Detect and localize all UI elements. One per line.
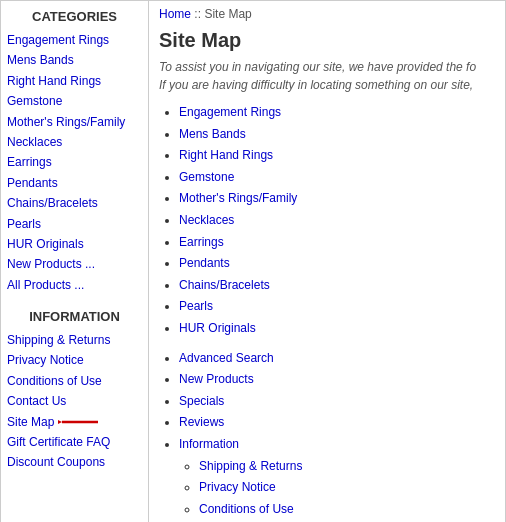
sitemap-link-engagement-rings[interactable]: Engagement Rings	[179, 105, 281, 119]
list-item: New Products	[179, 369, 495, 391]
list-item: Mens Bands	[179, 124, 495, 146]
sidebar-item-gemstone[interactable]: Gemstone	[7, 91, 142, 111]
sitemap-link-shipping-returns[interactable]: Shipping & Returns	[199, 459, 302, 473]
list-item: Privacy Notice	[199, 477, 495, 499]
sidebar-item-conditions-of-use[interactable]: Conditions of Use	[7, 371, 142, 391]
list-item: Earrings	[179, 232, 495, 254]
sitemap-link-reviews[interactable]: Reviews	[179, 415, 224, 429]
sitemap-link-advanced-search[interactable]: Advanced Search	[179, 351, 274, 365]
list-item: Specials	[179, 391, 495, 413]
list-item: Advanced Search	[179, 348, 495, 370]
sitemap-link-pearls[interactable]: Pearls	[179, 299, 213, 313]
sitemap-link-information[interactable]: Information	[179, 437, 239, 451]
main-content: Home :: Site Map Site Map To assist you …	[149, 1, 505, 522]
sidebar-item-hur-originals[interactable]: HUR Originals	[7, 234, 142, 254]
list-item: Shipping & Returns	[199, 456, 495, 478]
sidebar-item-contact-us[interactable]: Contact Us	[7, 391, 142, 411]
information-title: INFORMATION	[7, 309, 142, 324]
list-item: Pendants	[179, 253, 495, 275]
sitemap-link-right-hand-rings[interactable]: Right Hand Rings	[179, 148, 273, 162]
sidebar-item-mens-bands[interactable]: Mens Bands	[7, 50, 142, 70]
list-item: Chains/Bracelets	[179, 275, 495, 297]
breadcrumb: Home :: Site Map	[159, 7, 495, 21]
sidebar-item-chains-bracelets[interactable]: Chains/Bracelets	[7, 193, 142, 213]
sidebar-item-shipping-returns[interactable]: Shipping & Returns	[7, 330, 142, 350]
sitemap-link-mothers-rings[interactable]: Mother's Rings/Family	[179, 191, 297, 205]
list-item: Right Hand Rings	[179, 145, 495, 167]
list-item: Pearls	[179, 296, 495, 318]
sidebar-item-discount-coupons[interactable]: Discount Coupons	[7, 452, 142, 472]
list-item: Gemstone	[179, 167, 495, 189]
list-item: Information Shipping & Returns Privacy N…	[179, 434, 495, 522]
sidebar: CATEGORIES Engagement Rings Mens Bands R…	[1, 1, 149, 522]
intro-text-1: To assist you in navigating our site, we…	[159, 60, 495, 74]
sidebar-item-privacy-notice[interactable]: Privacy Notice	[7, 350, 142, 370]
sidebar-item-earrings[interactable]: Earrings	[7, 152, 142, 172]
intro-text-2: If you are having difficulty in locating…	[159, 78, 495, 92]
sidebar-item-necklaces[interactable]: Necklaces	[7, 132, 142, 152]
categories-title: CATEGORIES	[7, 9, 142, 24]
categories-sitemap-list: Engagement Rings Mens Bands Right Hand R…	[179, 102, 495, 340]
sidebar-item-engagement-rings[interactable]: Engagement Rings	[7, 30, 142, 50]
list-item: Engagement Rings	[179, 102, 495, 124]
sidebar-item-gift-certificate-faq[interactable]: Gift Certificate FAQ	[7, 432, 142, 452]
page-title: Site Map	[159, 29, 495, 52]
sitemap-link-necklaces[interactable]: Necklaces	[179, 213, 234, 227]
sitemap-link-hur-originals[interactable]: HUR Originals	[179, 321, 256, 335]
sitemap-link-pendants[interactable]: Pendants	[179, 256, 230, 270]
sitemap-link-new-products[interactable]: New Products	[179, 372, 254, 386]
sidebar-item-pendants[interactable]: Pendants	[7, 173, 142, 193]
breadcrumb-home[interactable]: Home	[159, 7, 191, 21]
sitemap-link-conditions-of-use[interactable]: Conditions of Use	[199, 502, 294, 516]
arrow-left-icon	[58, 414, 100, 430]
list-item: Reviews	[179, 412, 495, 434]
sitemap-link-specials[interactable]: Specials	[179, 394, 224, 408]
sidebar-item-all-products[interactable]: All Products ...	[7, 275, 142, 295]
sidebar-item-site-map[interactable]: Site Map	[7, 412, 142, 432]
list-item: Mother's Rings/Family	[179, 188, 495, 210]
list-item: Conditions of Use	[199, 499, 495, 521]
sidebar-item-right-hand-rings[interactable]: Right Hand Rings	[7, 71, 142, 91]
sidebar-item-new-products[interactable]: New Products ...	[7, 254, 142, 274]
breadcrumb-current: Site Map	[204, 7, 251, 21]
sitemap-link-chains-bracelets[interactable]: Chains/Bracelets	[179, 278, 270, 292]
list-item: HUR Originals	[179, 318, 495, 340]
information-sublist: Shipping & Returns Privacy Notice Condit…	[199, 456, 495, 523]
sitemap-link-privacy-notice[interactable]: Privacy Notice	[199, 480, 276, 494]
misc-sitemap-list: Advanced Search New Products Specials Re…	[179, 348, 495, 522]
breadcrumb-sep: ::	[194, 7, 201, 21]
sidebar-item-mothers-rings[interactable]: Mother's Rings/Family	[7, 112, 142, 132]
sitemap-link-mens-bands[interactable]: Mens Bands	[179, 127, 246, 141]
sitemap-link-gemstone[interactable]: Gemstone	[179, 170, 234, 184]
list-item: Necklaces	[179, 210, 495, 232]
sitemap-link-earrings[interactable]: Earrings	[179, 235, 224, 249]
sidebar-item-pearls[interactable]: Pearls	[7, 214, 142, 234]
